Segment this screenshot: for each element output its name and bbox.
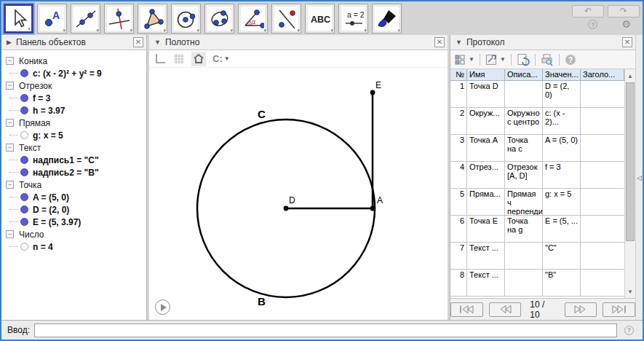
tool-dropdown-icon[interactable]: ▾ bbox=[96, 28, 99, 33]
collapse-group-icon[interactable]: − bbox=[6, 57, 14, 65]
visibility-dot[interactable] bbox=[20, 106, 28, 114]
protocol-row[interactable]: 8Текст ..."B" bbox=[450, 270, 624, 297]
tool-line-button[interactable]: ▾ bbox=[71, 4, 100, 34]
collapse-group-icon[interactable]: − bbox=[6, 230, 14, 238]
visibility-dot[interactable] bbox=[20, 218, 28, 226]
panel-collapse-icon[interactable]: ▼ bbox=[456, 39, 462, 46]
redo-button[interactable]: ↷ bbox=[608, 5, 640, 17]
visibility-dot[interactable] bbox=[20, 69, 28, 77]
settings-gear-icon[interactable]: ⚙ bbox=[621, 20, 631, 29]
undo-button[interactable]: ↶ bbox=[572, 5, 604, 17]
tool-slider-button[interactable]: a = 2▾ bbox=[338, 4, 368, 34]
collapse-group-icon[interactable]: − bbox=[6, 181, 14, 189]
tool-polygon-button[interactable]: ▾ bbox=[138, 4, 167, 34]
options-menu-button[interactable]: ▼ bbox=[485, 54, 506, 66]
panel-collapse-handle[interactable]: ◁ bbox=[637, 174, 642, 181]
point-D[interactable] bbox=[284, 206, 289, 211]
tool-dropdown-icon[interactable]: ▾ bbox=[163, 28, 166, 33]
visibility-dot[interactable] bbox=[20, 94, 28, 102]
panel-collapse-icon[interactable]: ▶ bbox=[7, 39, 12, 46]
close-icon[interactable]: ✕ bbox=[622, 37, 632, 47]
protocol-row[interactable]: 1Точка DD = (2, 0) bbox=[450, 81, 624, 108]
tool-dropdown-icon[interactable]: ▾ bbox=[364, 28, 367, 33]
tool-reflect-button[interactable]: ▾ bbox=[271, 4, 301, 34]
object-item[interactable]: g: x = 5 bbox=[6, 129, 146, 141]
tool-dropdown-icon[interactable]: ▾ bbox=[63, 28, 65, 33]
visibility-dot[interactable] bbox=[20, 168, 28, 176]
scroll-down-icon[interactable]: ▼ bbox=[625, 286, 635, 297]
panel-collapse-icon[interactable]: ▼ bbox=[154, 39, 161, 46]
visibility-dot[interactable] bbox=[20, 156, 28, 164]
column-header[interactable]: Заголо... bbox=[581, 69, 624, 80]
previous-step-button[interactable] bbox=[489, 302, 522, 317]
object-item[interactable]: n = 4 bbox=[6, 240, 146, 253]
text-label-C[interactable]: C bbox=[258, 108, 266, 120]
protocol-help-button[interactable]: ? bbox=[565, 54, 576, 66]
tool-circle-button[interactable]: ▾ bbox=[171, 4, 201, 34]
collapse-group-icon[interactable]: − bbox=[6, 144, 14, 152]
protocol-row[interactable]: 4Отрез...Отрезок [A, D]f = 3 bbox=[450, 162, 624, 189]
first-step-button[interactable] bbox=[450, 302, 483, 317]
column-header[interactable]: Описа... bbox=[505, 69, 543, 80]
object-item[interactable]: h = 3.97 bbox=[6, 104, 146, 117]
tool-dropdown-icon[interactable]: ▾ bbox=[130, 28, 132, 33]
visibility-dot[interactable] bbox=[20, 131, 28, 139]
protocol-row[interactable]: 7Текст ..."C" bbox=[450, 243, 624, 270]
tool-style-button[interactable]: ▾ bbox=[372, 4, 402, 34]
point-A[interactable] bbox=[370, 206, 375, 211]
tool-perpendicular-button[interactable]: ▾ bbox=[104, 4, 134, 34]
tool-dropdown-icon[interactable]: ▾ bbox=[297, 28, 300, 33]
next-step-button[interactable] bbox=[565, 302, 597, 317]
close-icon[interactable]: ✕ bbox=[434, 37, 445, 47]
protocol-row[interactable]: 5Пряма...Прямая ч перпендиg: x = 5 bbox=[450, 189, 624, 216]
object-item[interactable]: E = (5, 3.97) bbox=[6, 216, 146, 228]
home-icon[interactable] bbox=[191, 52, 206, 66]
column-header[interactable]: Имя bbox=[467, 69, 505, 80]
point-E[interactable] bbox=[370, 90, 375, 95]
graphics-canvas[interactable]: DAECB bbox=[149, 68, 448, 320]
columns-menu-button[interactable]: ▼ bbox=[454, 54, 474, 66]
object-item[interactable]: надпись2 = "B" bbox=[6, 166, 146, 179]
last-step-button[interactable] bbox=[603, 302, 635, 317]
object-item[interactable]: D = (2, 0) bbox=[6, 203, 146, 216]
object-item[interactable]: A = (5, 0) bbox=[6, 191, 146, 203]
input-help-icon[interactable]: ? bbox=[624, 326, 634, 335]
protocol-row[interactable]: 6Точка EТочка на gE = (5, ... bbox=[450, 216, 624, 243]
tool-dropdown-icon[interactable]: ▾ bbox=[230, 28, 233, 33]
scroll-up-icon[interactable]: ▲ bbox=[625, 71, 635, 81]
vertical-scrollbar[interactable]: ▲ ▼ bbox=[624, 69, 635, 298]
object-item[interactable]: надпись1 = "C" bbox=[6, 154, 146, 166]
tool-dropdown-icon[interactable]: ▾ bbox=[196, 28, 199, 33]
print-preview-button[interactable] bbox=[541, 53, 554, 66]
command-input[interactable] bbox=[34, 324, 617, 337]
close-icon[interactable]: ✕ bbox=[133, 37, 143, 47]
protocol-row[interactable]: 3Точка AТочка на cA = (5, 0) bbox=[450, 135, 624, 162]
help-icon[interactable]: ? bbox=[588, 20, 597, 29]
tool-text-button[interactable]: ABC▾ bbox=[305, 4, 335, 34]
visibility-dot[interactable] bbox=[20, 193, 28, 201]
point-capturing-dropdown[interactable]: C: ▼ bbox=[212, 53, 230, 64]
visibility-dot[interactable] bbox=[20, 205, 28, 213]
collapse-group-icon[interactable]: − bbox=[6, 119, 14, 127]
scrollbar-thumb[interactable] bbox=[626, 82, 635, 241]
tool-dropdown-icon[interactable]: ▾ bbox=[28, 26, 31, 31]
grid-icon[interactable] bbox=[173, 53, 185, 65]
tool-dropdown-icon[interactable]: ▾ bbox=[330, 28, 333, 33]
tool-point-button[interactable]: A▾ bbox=[37, 4, 67, 34]
tool-dropdown-icon[interactable]: ▾ bbox=[263, 28, 266, 33]
collapse-group-icon[interactable]: − bbox=[6, 82, 14, 90]
object-item[interactable]: f = 3 bbox=[6, 92, 146, 104]
tool-angle-button[interactable]: α▾ bbox=[238, 4, 268, 34]
object-item[interactable]: c: (x - 2)² + y² = 9 bbox=[6, 67, 146, 79]
text-label-B[interactable]: B bbox=[258, 295, 266, 307]
column-header[interactable]: № bbox=[450, 69, 467, 80]
tool-dropdown-icon[interactable]: ▾ bbox=[397, 28, 400, 33]
tool-move-button[interactable]: ▾ bbox=[4, 4, 33, 34]
axes-icon[interactable] bbox=[154, 52, 167, 66]
tool-ellipse-button[interactable]: ▾ bbox=[204, 4, 234, 34]
column-header[interactable]: Значен... bbox=[543, 69, 581, 80]
protocol-row[interactable]: 2Окруж...Окружно с центроc: (x - 2)... bbox=[450, 108, 624, 135]
play-button[interactable] bbox=[155, 299, 170, 315]
visibility-dot[interactable] bbox=[20, 243, 28, 251]
refresh-view-button[interactable] bbox=[517, 53, 530, 66]
